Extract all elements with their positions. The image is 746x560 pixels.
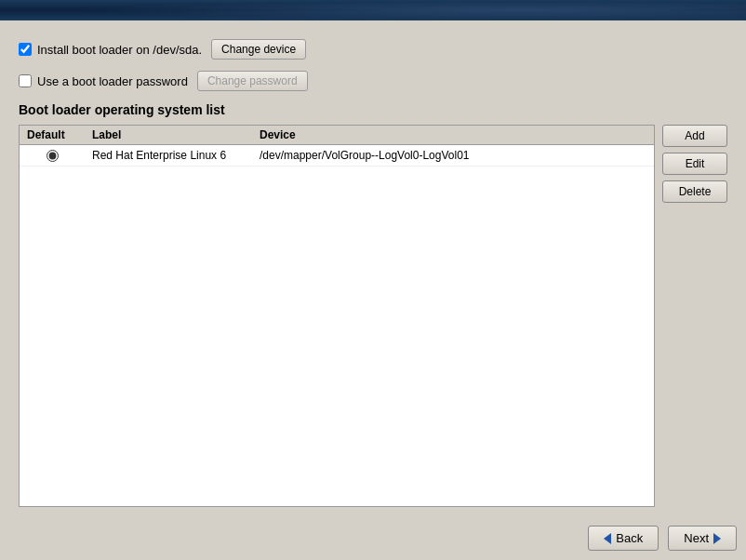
edit-button[interactable]: Edit (662, 153, 727, 175)
col-header-label: Label (85, 128, 252, 141)
table-header: Default Label Device (20, 126, 654, 145)
change-device-button[interactable]: Change device (211, 39, 306, 60)
back-button[interactable]: Back (588, 526, 659, 551)
install-bootloader-label: Install boot loader on /dev/sda. (37, 43, 202, 57)
top-bar (0, 0, 746, 20)
default-radio[interactable] (47, 150, 59, 162)
os-device: /dev/mapper/VolGroup--LogVol0-LogVol01 (252, 149, 654, 162)
table-area: Default Label Device Red Hat Enterprise … (19, 125, 727, 507)
next-label: Next (684, 531, 709, 545)
side-buttons: Add Edit Delete (662, 125, 727, 507)
next-button[interactable]: Next (668, 526, 737, 551)
col-header-default: Default (20, 128, 85, 141)
table-row[interactable]: Red Hat Enterprise Linux 6 /dev/mapper/V… (20, 145, 654, 167)
add-button[interactable]: Add (662, 125, 727, 147)
next-arrow-icon (713, 533, 721, 544)
install-bootloader-checkbox[interactable] (19, 43, 32, 56)
os-list-title: Boot loader operating system list (19, 102, 727, 117)
os-table: Default Label Device Red Hat Enterprise … (19, 125, 655, 507)
boot-password-checkbox[interactable] (19, 74, 32, 87)
boot-password-row: Use a boot loader password Change passwo… (19, 71, 727, 91)
boot-password-label: Use a boot loader password (37, 74, 188, 88)
install-bootloader-row: Install boot loader on /dev/sda. Change … (19, 39, 727, 60)
delete-button[interactable]: Delete (662, 180, 727, 203)
back-label: Back (616, 531, 643, 545)
main-content: Install boot loader on /dev/sda. Change … (0, 20, 746, 516)
change-password-button[interactable]: Change password (197, 71, 308, 91)
back-arrow-icon (604, 533, 611, 544)
os-label: Red Hat Enterprise Linux 6 (85, 149, 252, 162)
footer: Back Next (0, 516, 746, 560)
col-header-device: Device (252, 128, 654, 141)
